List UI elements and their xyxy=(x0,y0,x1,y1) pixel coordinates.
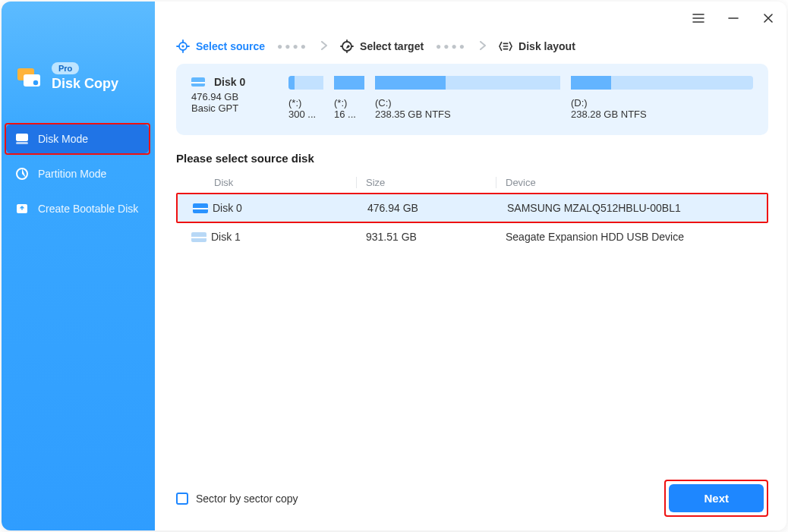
brand-badge: Pro xyxy=(52,62,79,74)
partition-desc: 238.28 GB NTFS xyxy=(571,109,753,120)
chevron-right-icon xyxy=(479,40,487,52)
selected-disk-card: Disk 0 476.94 GB Basic GPT (*:) 300 ... … xyxy=(176,64,768,135)
menu-button[interactable] xyxy=(689,9,708,27)
column-header-disk: Disk xyxy=(211,177,357,188)
sidebar-item-create-bootable[interactable]: Create Bootable Disk xyxy=(6,194,150,223)
checkbox-icon xyxy=(176,493,188,505)
cell-disk-device: Seagate Expansion HDD USB Device xyxy=(496,231,768,243)
app-window: Pro Disk Copy Disk Mode Partition Mode xyxy=(2,2,786,530)
close-button[interactable] xyxy=(759,9,777,27)
cell-disk-size: 476.94 GB xyxy=(358,202,498,214)
cell-disk-name: Disk 1 xyxy=(211,231,357,243)
partition-drive: (*:) xyxy=(334,97,364,109)
partition-desc: 238.35 GB NTFS xyxy=(375,109,560,120)
svg-rect-3 xyxy=(16,134,28,141)
column-header-size: Size xyxy=(357,177,496,188)
step-select-target[interactable]: Select target xyxy=(340,39,424,53)
bootable-disk-icon xyxy=(15,202,29,216)
cell-disk-device: SAMSUNG MZALQ512HBLU-00BL1 xyxy=(498,202,767,214)
main-panel: Select source ●●●● Select target ●●●● Di xyxy=(155,2,786,530)
step-separator: ●●●● xyxy=(436,41,467,52)
svg-point-8 xyxy=(181,45,184,47)
step-label: Select target xyxy=(360,40,424,52)
sidebar-nav: Disk Mode Partition Mode Create Bootable… xyxy=(2,124,155,223)
highlight-selected-row: Disk 0 476.94 GB SAMSUNG MZALQ512HBLU-00… xyxy=(176,193,768,223)
checkbox-label: Sector by sector copy xyxy=(196,493,298,505)
sidebar-item-partition-mode[interactable]: Partition Mode xyxy=(6,159,150,188)
disk-icon xyxy=(193,203,208,213)
step-separator: ●●●● xyxy=(277,41,308,52)
footer: Sector by sector copy Next xyxy=(176,480,768,517)
step-select-source[interactable]: Select source xyxy=(176,39,265,53)
window-controls xyxy=(689,9,777,27)
partition-drive: (C:) xyxy=(375,97,560,109)
sidebar-item-label: Partition Mode xyxy=(38,168,106,180)
sidebar-item-disk-mode[interactable]: Disk Mode xyxy=(6,124,149,153)
layout-icon xyxy=(499,39,512,53)
partition-bar xyxy=(288,76,323,90)
partition-bar xyxy=(571,76,753,90)
cell-disk-name: Disk 0 xyxy=(213,202,358,214)
svg-point-2 xyxy=(33,80,38,84)
wizard-steps: Select source ●●●● Select target ●●●● Di xyxy=(176,39,768,53)
step-label: Select source xyxy=(196,40,265,52)
partition-desc: 16 ... xyxy=(334,109,364,120)
step-label: Disk layout xyxy=(519,40,575,52)
partition-bar xyxy=(334,76,364,90)
table-row[interactable]: Disk 0 476.94 GB SAMSUNG MZALQ512HBLU-00… xyxy=(178,194,767,222)
target-icon xyxy=(340,39,354,53)
chevron-right-icon xyxy=(320,40,328,52)
disk-card-name: Disk 0 xyxy=(214,76,245,88)
sidebar-item-label: Create Bootable Disk xyxy=(38,203,138,215)
partition-drive: (D:) xyxy=(571,97,753,109)
highlight-disk-mode: Disk Mode xyxy=(5,123,150,155)
cell-disk-size: 931.51 GB xyxy=(357,231,496,243)
minimize-button[interactable] xyxy=(724,9,742,27)
disk-mode-icon xyxy=(15,132,29,146)
partition-bar xyxy=(375,76,560,90)
svg-rect-1 xyxy=(24,74,40,87)
svg-rect-4 xyxy=(16,142,28,144)
sidebar: Pro Disk Copy Disk Mode Partition Mode xyxy=(2,2,155,530)
table-header: Disk Size Device xyxy=(176,172,768,193)
highlight-next: Next xyxy=(664,480,768,517)
disk-icon xyxy=(191,77,205,87)
column-header-device: Device xyxy=(496,177,768,188)
brand-name: Disk Copy xyxy=(52,76,118,92)
disk-card-size: 476.94 GB xyxy=(191,91,278,102)
partition-desc: 300 ... xyxy=(288,109,323,120)
partition-mode-icon xyxy=(15,167,29,181)
select-source-prompt: Please select source disk xyxy=(176,152,768,165)
step-disk-layout[interactable]: Disk layout xyxy=(499,39,575,53)
app-logo-icon xyxy=(15,64,43,91)
disk-icon xyxy=(191,232,206,242)
table-row[interactable]: Disk 1 931.51 GB Seagate Expansion HDD U… xyxy=(176,223,768,250)
crosshair-icon xyxy=(176,39,190,53)
disk-card-scheme: Basic GPT xyxy=(191,102,278,114)
source-disk-table: Disk Size Device Disk 0 476.94 GB SAMSUN… xyxy=(176,172,768,250)
sector-copy-checkbox[interactable]: Sector by sector copy xyxy=(176,493,298,505)
app-brand: Pro Disk Copy xyxy=(15,62,118,92)
next-button[interactable]: Next xyxy=(669,484,764,512)
partition-drive: (*:) xyxy=(288,97,323,109)
sidebar-item-label: Disk Mode xyxy=(38,133,88,145)
